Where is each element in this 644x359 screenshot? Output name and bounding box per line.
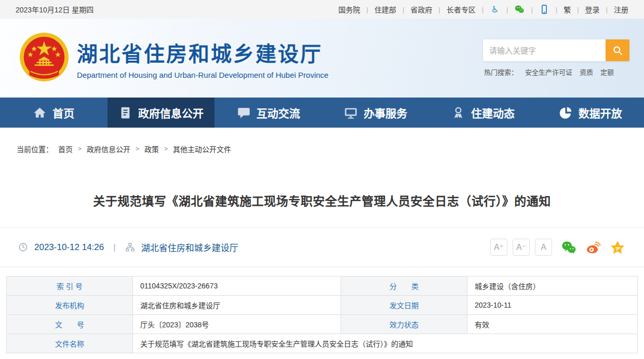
register-link[interactable]: 注册 <box>614 4 628 15</box>
separator: | <box>531 6 532 13</box>
article-meta-bar: 2023-10-12 14:26 | 湖北省住房和城乡建设厅 A⁺ A⁻ A <box>0 227 644 267</box>
site-subtitle: Department of Housing and Urban-Rural De… <box>77 71 328 79</box>
issuing-agency-value: 湖北省住房和城乡建设厅 <box>133 296 341 315</box>
breadcrumb-home[interactable]: 首页 <box>58 144 73 154</box>
breadcrumb-separator: > <box>78 145 82 153</box>
site-header: 湖北省住房和城乡建设厅 Department of Housing and Ur… <box>0 19 644 98</box>
header-search-area: 热门搜索： 安全生产许可证 资质 定额 <box>483 39 629 77</box>
share-weibo-icon[interactable] <box>585 240 601 255</box>
doc-title-label: 文件名称 <box>7 334 133 353</box>
breadcrumb-policy[interactable]: 政策 <box>144 144 159 154</box>
article-source: 湖北省住房和城乡建设厅 <box>141 241 238 254</box>
wechat-icon[interactable] <box>514 4 525 15</box>
hot-search-label: 热门搜索： <box>484 67 518 77</box>
share-wechat-icon[interactable] <box>561 240 576 255</box>
table-row: 文 号 厅头〔2023〕2038号 效力状态 有效 <box>7 315 638 334</box>
search-bar <box>483 39 629 61</box>
person-badge-icon <box>451 106 465 120</box>
index-number-value: 01104325X/2023-26673 <box>133 277 341 296</box>
issuing-agency-label: 发布机构 <box>7 296 133 315</box>
link-provincial-gov[interactable]: 省政府 <box>410 4 432 15</box>
separator: | <box>606 6 608 13</box>
hot-keyword[interactable]: 安全生产许可证 <box>525 67 572 77</box>
breadcrumb-label: 当前位置： <box>17 144 53 154</box>
font-decrease-button[interactable]: A⁻ <box>513 239 530 256</box>
breadcrumb-separator: > <box>164 145 168 153</box>
nav-open-data[interactable]: 数据开放 <box>536 98 644 128</box>
search-input[interactable] <box>483 39 606 61</box>
login-link[interactable]: 登录 <box>585 4 600 15</box>
accessibility-icon[interactable]: ♿ <box>490 4 500 15</box>
nav-label: 住建动态 <box>471 105 515 120</box>
breadcrumb: 当前位置： 首页 > 政府信息公开 > 政策 > 其他主动公开文件 <box>0 128 644 154</box>
separator: | <box>113 242 115 253</box>
separator: | <box>482 6 484 13</box>
chat-bubble-icon <box>237 106 251 120</box>
separator: | <box>438 6 440 13</box>
breadcrumb-other-docs[interactable]: 其他主动公开文件 <box>173 144 231 154</box>
nav-label: 办事服务 <box>364 105 407 120</box>
nav-label: 数据开放 <box>579 105 622 120</box>
site-identity: 湖北省住房和城乡建设厅 Department of Housing and Ur… <box>77 37 328 79</box>
link-senior-zone[interactable]: 长者专区 <box>447 4 476 15</box>
national-emblem-icon <box>18 32 71 85</box>
nav-label: 首页 <box>52 105 74 120</box>
issue-date-value: 2023-10-11 <box>467 296 637 315</box>
separator: | <box>506 6 508 13</box>
separator: | <box>556 6 557 13</box>
separator: | <box>403 6 404 13</box>
current-date: 2023年10月12日 星期四 <box>16 4 93 15</box>
monitor-icon <box>344 106 358 120</box>
home-icon <box>33 106 47 120</box>
source-org-icon <box>125 242 135 252</box>
nav-label: 互动交流 <box>257 105 300 120</box>
index-number-label: 索 引 号 <box>7 277 133 296</box>
link-state-council[interactable]: 国务院 <box>338 4 360 15</box>
share-qzone-icon[interactable] <box>610 240 625 255</box>
doc-number-label: 文 号 <box>7 315 133 334</box>
document-icon <box>118 106 132 120</box>
breadcrumb-separator: > <box>136 145 139 153</box>
font-increase-button[interactable]: A⁺ <box>490 239 507 256</box>
hot-keyword[interactable]: 资质 <box>580 67 593 77</box>
search-icon <box>612 45 623 56</box>
table-row: 发布机构 湖北省住房和城乡建设厅 发文日期 2023-10-11 <box>7 296 638 315</box>
article-title: 关于规范填写《湖北省建筑施工现场专职安全生产管理人员安全日志（试行）》的通知 <box>0 191 644 209</box>
pie-chart-icon <box>559 106 573 120</box>
clock-icon <box>18 242 28 252</box>
nav-gov-info-disclosure[interactable]: 政府信息公开 <box>108 98 215 128</box>
nav-label: 政府信息公开 <box>138 105 204 120</box>
main-nav: 首页 政府信息公开 互动交流 办事服务 住建动态 数据开放 <box>0 98 644 128</box>
hot-search: 热门搜索： 安全生产许可证 资质 定额 <box>483 67 629 77</box>
nav-services[interactable]: 办事服务 <box>322 98 430 128</box>
article-tools: A⁺ A⁻ A <box>490 239 625 256</box>
issue-date-label: 发文日期 <box>341 296 467 315</box>
category-value: 城乡建设（含住房） <box>467 277 637 296</box>
mobile-icon[interactable] <box>539 4 549 15</box>
validity-label: 效力状态 <box>341 315 467 334</box>
category-label: 分 类 <box>341 277 467 296</box>
separator: | <box>577 6 579 13</box>
site-title[interactable]: 湖北省住房和城乡建设厅 <box>77 37 328 67</box>
validity-value: 有效 <box>467 315 637 334</box>
font-reset-button[interactable]: A <box>535 239 552 256</box>
topbar-links: 国务院 | 住建部 | 省政府 | 长者专区 | ♿ | | | 繁 | 登录 … <box>338 4 628 15</box>
table-row: 文件名称 关于规范填写《湖北省建筑施工现场专职安全生产管理人员安全日志（试行）》… <box>7 334 638 353</box>
publish-time: 2023-10-12 14:26 <box>34 242 104 253</box>
nav-home[interactable]: 首页 <box>0 98 108 128</box>
top-utility-bar: 2023年10月12日 星期四 国务院 | 住建部 | 省政府 | 长者专区 |… <box>0 0 644 19</box>
doc-number-value: 厅头〔2023〕2038号 <box>133 315 341 334</box>
doc-title-value: 关于规范填写《湖北省建筑施工现场专职安全生产管理人员安全日志（试行）》的通知 <box>133 334 638 353</box>
nav-interaction[interactable]: 互动交流 <box>214 98 322 128</box>
table-row: 索 引 号 01104325X/2023-26673 分 类 城乡建设（含住房） <box>7 277 638 296</box>
nav-housing-news[interactable]: 住建动态 <box>430 98 537 128</box>
document-info-table: 索 引 号 01104325X/2023-26673 分 类 城乡建设（含住房）… <box>6 276 638 353</box>
article-meta: 2023-10-12 14:26 | 湖北省住房和城乡建设厅 <box>18 241 238 254</box>
separator: | <box>366 6 368 13</box>
search-button[interactable] <box>606 39 629 61</box>
page: 2023年10月12日 星期四 国务院 | 住建部 | 省政府 | 长者专区 |… <box>0 0 644 359</box>
traditional-chinese-toggle[interactable]: 繁 <box>564 4 571 15</box>
hot-keyword[interactable]: 定额 <box>600 67 614 77</box>
breadcrumb-gov-info[interactable]: 政府信息公开 <box>87 144 130 154</box>
link-mohurd[interactable]: 住建部 <box>374 4 396 15</box>
